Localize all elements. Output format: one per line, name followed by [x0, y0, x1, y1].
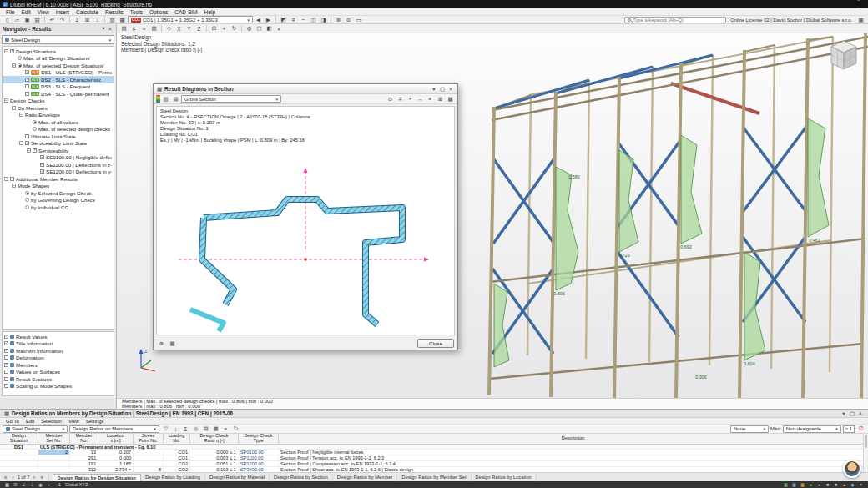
section-grid-icon[interactable]: ⊞	[436, 95, 445, 103]
table-row[interactable]: 2 33 0.207 CO1 0.000≤ 1 SP0100.00 Sectio…	[0, 450, 868, 455]
table-column-header[interactable]: Member Set No.	[38, 434, 70, 445]
view-z-icon[interactable]: Z	[194, 25, 204, 33]
dialog-title-bar[interactable]: ▦ Result Diagrams in Section ▾▢×	[154, 84, 457, 94]
view-x-icon[interactable]: X	[174, 25, 184, 33]
table-column-header[interactable]: Location x [m]	[98, 434, 134, 445]
isometric-view-icon[interactable]: ◇	[164, 25, 174, 33]
view-toolbar-icon[interactable]	[161, 25, 162, 32]
status-box2-icon[interactable]: ■	[832, 482, 840, 488]
status-dot-blue-icon[interactable]: ●	[815, 482, 823, 488]
panel-design-combo[interactable]: Steel Design	[3, 425, 68, 433]
checkbox-icon[interactable]	[25, 141, 29, 145]
checkbox-icon[interactable]	[4, 341, 8, 345]
menu-item[interactable]: Help	[201, 9, 219, 15]
checkbox-icon[interactable]	[25, 78, 29, 82]
checkbox-icon[interactable]	[33, 127, 37, 131]
table-view-tab[interactable]: Design Ratios by Member	[333, 474, 398, 481]
snap-icon[interactable]: ▦	[3, 482, 11, 488]
status-dot-green-icon[interactable]: ●	[807, 482, 815, 488]
table-row[interactable]: 312 2.734 = 8 CO2 0.193≤ 1 SP3400.00 Sec…	[0, 467, 868, 472]
table-sort-icon[interactable]: ↕	[171, 425, 180, 433]
table-view-tab[interactable]: Design Ratios by Member Set	[397, 474, 471, 481]
result-values-icon[interactable]: #	[289, 16, 298, 23]
first-page-icon[interactable]: «	[3, 474, 8, 481]
expander-icon[interactable]: −	[4, 177, 8, 181]
table-column-header[interactable]: Design Check Type	[239, 434, 279, 445]
expander-icon[interactable]: −	[12, 106, 16, 110]
checkbox-icon[interactable]	[4, 377, 8, 381]
diagram-fill-icon[interactable]: ▥	[161, 95, 170, 103]
ortho-icon[interactable]: ⊥	[28, 482, 36, 488]
undo-icon[interactable]: ↶	[48, 16, 57, 23]
checkbox-icon[interactable]	[4, 355, 8, 360]
checkbox-icon[interactable]	[40, 155, 44, 159]
table-view-tab[interactable]: Design Ratios by Location	[472, 474, 537, 481]
menu-item[interactable]: Calculate	[73, 9, 102, 15]
panel-close-icon[interactable]: ×	[856, 410, 865, 417]
exclude-icon[interactable]: ∅	[856, 425, 865, 433]
table-column-header[interactable]: Loading No.	[164, 434, 190, 445]
guidelines-icon[interactable]: +	[45, 482, 53, 488]
expander-icon[interactable]: −	[12, 184, 16, 188]
panel-menu-item[interactable]: Edit	[23, 419, 38, 424]
status-tri-icon[interactable]: ▲	[840, 482, 848, 488]
checkbox-icon[interactable]	[18, 56, 22, 60]
close-button[interactable]: Close	[417, 339, 454, 348]
panel-menu-item[interactable]: Settings	[83, 419, 108, 424]
tables-toggle-icon[interactable]: ▦	[118, 16, 127, 23]
checkbox-icon[interactable]	[25, 191, 29, 195]
calculate-icon[interactable]: Σ	[73, 16, 82, 23]
mesh-icon[interactable]: ⊞	[83, 16, 92, 23]
expander-icon[interactable]: −	[27, 148, 31, 153]
status-diamond-icon[interactable]: ◆	[849, 482, 856, 488]
status-layers-icon[interactable]: ▣	[790, 482, 798, 488]
tree-item[interactable]: − Max. of selected 'Design Situations'	[3, 62, 114, 69]
menu-item[interactable]: Insert	[53, 9, 73, 15]
table-find-icon[interactable]: ◎	[191, 425, 200, 433]
tree-item[interactable]: by Selected Design Check	[3, 189, 114, 197]
display-option-item[interactable]: Title Information	[3, 340, 114, 348]
table-column-header[interactable]: Design Situation	[0, 434, 38, 445]
navigator-toggle-icon[interactable]: ▥	[108, 16, 117, 23]
checkbox-icon[interactable]	[18, 63, 22, 68]
tree-item[interactable]: SE0100.00 | Negligible deflections	[3, 154, 114, 162]
diagram-lines-icon[interactable]: ▤	[171, 95, 180, 103]
shadow-mode-icon[interactable]: ◐	[275, 25, 284, 33]
panel-menu-item[interactable]: Selection	[38, 419, 65, 424]
tree-item[interactable]: Max. of selected design checks	[3, 126, 114, 133]
table-refresh-icon[interactable]: ↻	[231, 425, 240, 433]
expander-icon[interactable]: −	[4, 49, 8, 53]
display-option-item[interactable]: Values on Surfaces	[3, 369, 114, 376]
expander-icon[interactable]: −	[19, 113, 23, 117]
zoom-fit-icon[interactable]: ▭	[354, 16, 363, 23]
table-view-tab[interactable]: Design Ratios by Material	[205, 474, 270, 481]
menu-item[interactable]: Tools	[127, 9, 146, 15]
table-settings-icon[interactable]: ≡	[221, 425, 230, 433]
toolbar-icon[interactable]	[44, 16, 45, 23]
result-colors-icon[interactable]: ▨	[149, 25, 159, 33]
deformation-icon[interactable]: ~	[299, 16, 308, 23]
status-warn-icon[interactable]: ▣	[799, 482, 806, 488]
checkbox-icon[interactable]	[40, 169, 44, 174]
dialog-pin-icon[interactable]: ▾	[430, 85, 438, 93]
apps-grid-icon[interactable]: ▦	[856, 16, 865, 23]
result-diagrams-dialog[interactable]: ▦ Result Diagrams in Section ▾▢× ▥▤ Gros…	[153, 83, 458, 350]
table-view-tab[interactable]: Design Ratios by Loading	[141, 474, 205, 481]
section-drawing-area[interactable]: Steel DesignSection No. 4 - RSECTION Ome…	[156, 106, 455, 335]
checkbox-icon[interactable]	[25, 84, 29, 88]
zoom-out-icon[interactable]: ⊖	[344, 16, 353, 23]
loads-icon[interactable]: ↓	[93, 16, 102, 23]
section-table-icon[interactable]: ▦	[168, 340, 177, 347]
table-export-icon[interactable]: ▤	[201, 425, 210, 433]
zoom-window-icon[interactable]: ⊡	[209, 25, 219, 33]
tree-item[interactable]: − Serviceability	[3, 147, 114, 154]
previous-page-icon[interactable]: ‹	[10, 474, 16, 481]
panel-float-icon[interactable]: ▢	[848, 410, 856, 417]
threshold-field[interactable]: > 1	[843, 425, 855, 433]
print-icon[interactable]: ▤	[33, 16, 42, 23]
checkbox-icon[interactable]	[33, 148, 37, 153]
checkbox-icon[interactable]	[25, 205, 29, 209]
table-column-header[interactable]: Member No.	[70, 434, 98, 445]
checkbox-icon[interactable]	[40, 163, 44, 167]
checkbox-icon[interactable]	[25, 134, 29, 138]
